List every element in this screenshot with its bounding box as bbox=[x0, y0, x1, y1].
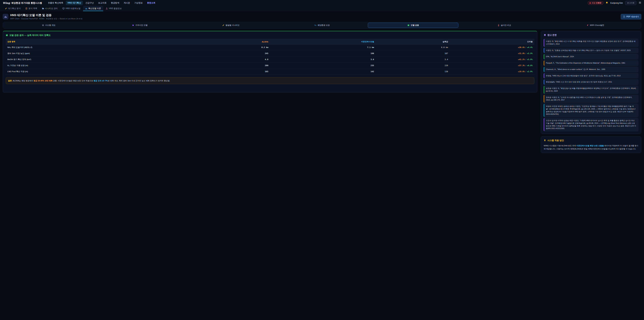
notebook-icon bbox=[25, 8, 28, 10]
notification-bell-icon[interactable] bbox=[606, 2, 608, 5]
thermometer-icon bbox=[498, 24, 500, 26]
pdf-export-button[interactable]: PDF 내보내기 bbox=[621, 14, 641, 20]
check-square-icon bbox=[407, 24, 410, 26]
validation-table: 검증 항목 ALOHA 이문진박사모델 실측값 오차율 NH₃ 최대 도달거리 … bbox=[6, 39, 534, 75]
tab-marine-environment-correction[interactable]: 해양환경 보정 bbox=[277, 23, 367, 28]
pencil-icon bbox=[222, 24, 224, 26]
nav-item[interactable]: 통합조회 bbox=[145, 1, 157, 5]
subtab-atmospheric-analysis[interactable]: 대기확산 분석 bbox=[3, 6, 23, 11]
cell-item: H₂ 가연성 구름 반경 (m) bbox=[6, 63, 186, 69]
validation-title: 모델 검증 결과 — 실측 데이터 대비 정확도 bbox=[6, 34, 534, 37]
section-tabs: 시스템 개요 가우시안 모델 물질별 시나리오 해양환경 보정 모델 검증 실시… bbox=[3, 22, 641, 29]
nav-item[interactable]: 유출유 확산예측 bbox=[46, 1, 65, 5]
pencil-icon bbox=[5, 8, 7, 10]
subtab-diffusion-model-theory[interactable]: 확산모델 이론 bbox=[83, 6, 103, 11]
reference-item: 유영범, "HNS 재난사고에 대한 해양경찰의 대응 방안", 한국위기관리논… bbox=[544, 73, 638, 79]
folder-icon bbox=[42, 8, 44, 10]
cell-model-value: 3.6 bbox=[270, 57, 376, 63]
main-content: 모델 검증 결과 — 실측 데이터 대비 정확도 검증 항목 ALOHA 이문진… bbox=[3, 31, 641, 158]
validation-table-row: NH₃ 최대 도달거리 (AEGL-2) 8.2 km 7.1 km 6.8 k… bbox=[6, 45, 534, 51]
cell-measured-value: 6.8 km bbox=[376, 45, 450, 51]
wave-icon bbox=[314, 24, 316, 26]
validation-panel: 모델 검증 결과 — 실측 데이터 대비 정확도 검증 항목 ALOHA 이문진… bbox=[3, 31, 537, 93]
nav-item[interactable]: HNS·대기확산 bbox=[66, 1, 83, 5]
cell-model-value: 7.1 km bbox=[270, 45, 376, 51]
top-navbar: Wing 해양환경 위기대응 통합시스템 유출유 확산예측 HNS·대기확산 긴… bbox=[0, 0, 644, 6]
reference-item: 김정겸·이문진 외, "해양산업시설 배출 위험유해물질(HNS)의 해양확산 … bbox=[544, 86, 638, 94]
topbar-right: 사고 진행중 Eunjeong Kim 로그아웃 bbox=[588, 1, 641, 5]
col-header-item: 검증 항목 bbox=[6, 39, 186, 45]
cell-item: MeOH 증기 확산 면적 (km²) bbox=[6, 57, 186, 63]
incident-pulse-icon bbox=[590, 3, 591, 4]
flask-icon bbox=[106, 8, 108, 10]
main-nav: 유출유 확산예측 HNS·대기확산 긴급구난 보고자료 항공탐색 게시판 기상정… bbox=[46, 1, 157, 5]
cell-error-rate: +31.0%/+5.9% bbox=[450, 51, 534, 57]
cell-aloha-value: 8.2 km bbox=[186, 45, 270, 51]
col-header-model: 이문진박사모델 bbox=[270, 39, 376, 45]
check-square-icon bbox=[6, 34, 8, 37]
cell-measured-value: 3.4 bbox=[376, 57, 450, 63]
cell-item: 풍하 1km 지점 농도 (ppm) bbox=[6, 51, 186, 57]
tab-gaussian-model[interactable]: 가우시안 모델 bbox=[94, 23, 185, 28]
gaussian-dot-icon bbox=[132, 24, 134, 26]
cell-measured-value: 220 bbox=[376, 63, 450, 69]
col-header-error: 오차율 bbox=[450, 39, 534, 45]
cell-model-value: 235 bbox=[270, 63, 376, 69]
document-icon bbox=[623, 16, 625, 18]
tab-system-overview[interactable]: 시스템 개요 bbox=[3, 23, 94, 28]
col-header-aloha: ALOHA bbox=[186, 39, 270, 45]
subtab-analysis-list[interactable]: 분석 목록 bbox=[23, 6, 39, 11]
cell-aloha-value: 245 bbox=[186, 51, 270, 57]
logout-button[interactable]: 로그아웃 bbox=[625, 1, 636, 5]
app-logo[interactable]: Wing bbox=[3, 2, 10, 5]
cell-measured-value: 187 bbox=[376, 51, 450, 57]
subtab-scenario-management[interactable]: 시나리오 관리 bbox=[40, 6, 60, 11]
reference-item: 정하용·이문진 외, "신속한 의사결정을 위한 HNS 사고이력관리시스템 설… bbox=[544, 95, 638, 103]
cell-model-value: 198 bbox=[270, 51, 376, 57]
reference-item: Charnock, H., "Wind stress on a water su… bbox=[544, 67, 638, 72]
nav-item[interactable]: 게시판 bbox=[122, 1, 132, 5]
validation-table-row: 풍하 1km 지점 농도 (ppm) 245 198 187 +31.0%/+5… bbox=[6, 51, 534, 57]
reference-item: 해양경찰청, "HNS 사고 국가 대비 대응 체제 선진화 방안 연구용역 최… bbox=[544, 79, 638, 85]
tab-wrf-chem-advancement[interactable]: WRF-Chem발전 bbox=[550, 23, 641, 28]
references-panel: 참고 문헌 이문진 외, "해양 HNS 사고 시 대기확산 예측을 위한 가우… bbox=[541, 31, 641, 134]
cell-item: LNG Pool 확산 직경 (m) bbox=[6, 69, 186, 75]
cell-error-rate: +19.6%/+2.9% bbox=[450, 69, 534, 75]
subtab-hns-response-manual[interactable]: HNS 대응매뉴얼 bbox=[60, 6, 83, 11]
cell-item: NH₃ 최대 도달거리 (AEGL-2) bbox=[6, 45, 186, 51]
reference-item: Pasquill, F., "The Estimation of the Dis… bbox=[544, 60, 638, 66]
tab-substance-scenarios[interactable]: 물질별 시나리오 bbox=[186, 23, 276, 28]
tab-realtime-comparison[interactable]: 실시간 비교 bbox=[459, 23, 550, 28]
cell-model-value: 142 bbox=[270, 69, 376, 75]
tab-model-validation[interactable]: 모델 검증 bbox=[368, 23, 458, 28]
page-title: HNS 대기확산 모델 이론 및 검증 bbox=[10, 13, 83, 17]
reference-list: 이문진 외, "해양 HNS 사고 시 대기확산 예측을 위한 가우시안 모델의… bbox=[544, 39, 638, 131]
sub-navbar: 대기확산 분석 분석 목록 시나리오 관리 HNS 대응매뉴얼 확산모델 이론 … bbox=[0, 6, 644, 11]
cell-aloha-value: 165 bbox=[186, 69, 270, 75]
references-title: 참고 문헌 bbox=[544, 34, 638, 37]
brand: Wing 해양환경 위기대응 통합시스템 bbox=[3, 2, 42, 5]
app-title: 해양환경 위기대응 통합시스템 bbox=[12, 2, 42, 5]
validation-table-row: MeOH 증기 확산 면적 (km²) 4.8 3.6 3.4 +41.2%/+… bbox=[6, 57, 534, 63]
reference-item: 오진석·김주영·이득재·김용범·최준·이문진, "다항목 HNS 데이터의 실시… bbox=[544, 118, 638, 131]
page-subtitle: WRF-Chem · Gaussian Plume/Puff · ROMS · … bbox=[10, 18, 83, 20]
reference-item: 박경애·이진호·박재진·김태성·김태성·이문진, "인공위성 원격탐사 기반 A… bbox=[544, 104, 638, 117]
page-header: HNS 대기확산 모델 이론 및 검증 WRF-Chem · Gaussian … bbox=[0, 11, 644, 22]
chart-icon bbox=[85, 8, 88, 10]
bar-chart-icon bbox=[3, 14, 8, 20]
conclusion-note: 결론: ALOHA는 해양 환경에서 평균 20-40% 과대 예측 경향. 이… bbox=[6, 77, 534, 84]
hamburger-menu-icon[interactable] bbox=[639, 1, 641, 5]
nav-item[interactable]: 항공탐색 bbox=[109, 1, 121, 5]
incident-status-badge[interactable]: 사고 진행중 bbox=[588, 1, 604, 5]
subtab-hns-substance-info[interactable]: HNS 물질정보 bbox=[104, 6, 124, 11]
nav-item[interactable]: 기상정보 bbox=[132, 1, 144, 5]
nav-item[interactable]: 보고자료 bbox=[96, 1, 108, 5]
application-panel: 시스템 적용 방안 WING 시스템은 기본 ALOHA 엔진 위에 이문진박사… bbox=[541, 136, 641, 153]
incident-status-label: 사고 진행중 bbox=[592, 2, 602, 4]
reference-item: EPA, "ALOHA User's Manual", 2024 bbox=[544, 54, 638, 59]
validation-table-row: LNG Pool 확산 직경 (m) 165 142 138 +19.6%/+2… bbox=[6, 69, 534, 75]
rocket-icon bbox=[586, 24, 589, 26]
validation-table-row: H₂ 가연성 구름 반경 (m) 280 235 220 +27.3%/+6.8… bbox=[6, 63, 534, 69]
nav-item[interactable]: 긴급구난 bbox=[84, 1, 96, 5]
cell-error-rate: +27.3%/+6.8% bbox=[450, 63, 534, 69]
